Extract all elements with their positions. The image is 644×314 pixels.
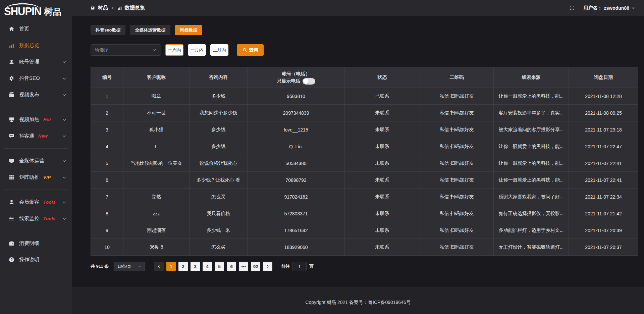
cell-lead-source-link[interactable]: 如何正确选择投影仪，买投影... — [494, 205, 569, 222]
page-button-5[interactable]: 5 — [215, 262, 224, 271]
col-header-status: 状态 — [345, 67, 420, 88]
chevron-down-icon — [62, 159, 67, 163]
sidebar-menu: 首页 数据总览 账号管理 抖音SEO 视频发布 — [0, 17, 72, 268]
cell-qrcode-link[interactable]: 私信 扫码加好友 — [420, 222, 494, 239]
cell-account: 572803371 — [248, 205, 345, 222]
chevron-down-icon — [62, 216, 67, 221]
sidebar-item-video-heating[interactable]: 视频加热 Hot — [0, 111, 72, 128]
page-button-92[interactable]: 92 — [251, 262, 260, 271]
sidebar-item-instructions[interactable]: ? 操作说明 — [0, 252, 72, 268]
sidebar-item-label: 消费明细 — [19, 240, 39, 247]
cell-qrcode-link[interactable]: 私信 扫码加好友 — [420, 172, 494, 189]
cell-qrcode-link[interactable]: 私信 扫码加好友 — [420, 239, 494, 256]
table-row: 1 哦章 多少钱 9583810 已联系 私信 扫码加好友 让你一眼就爱上的黑科… — [91, 88, 638, 105]
period-quarter-button[interactable]: 三月内 — [210, 44, 228, 56]
screen-icon — [9, 117, 14, 122]
cell-id: 10 — [91, 239, 123, 256]
cell-lead-source-link[interactable]: 感谢大家喜欢我家，被问了好... — [494, 189, 569, 205]
cell-lead-source-link[interactable]: 被大家追着问的客厅投影分享... — [494, 121, 569, 138]
cell-nickname: 当地比较能吃的一位美女 — [123, 155, 190, 172]
clapperboard-icon — [9, 92, 14, 98]
chat-icon — [9, 133, 14, 139]
menu-divider — [4, 148, 68, 149]
cell-lead-source-link[interactable]: 客厅安装投影半年多了，真实... — [494, 105, 569, 121]
cell-qrcode-link[interactable]: 私信 扫码加好友 — [420, 121, 494, 138]
goto-page-suffix: 页 — [309, 263, 314, 269]
new-badge: New — [38, 134, 48, 139]
cell-qrcode-link[interactable]: 私信 扫码加好友 — [420, 189, 494, 205]
cell-inquiry-date: 2021-11-07 20:37 — [569, 239, 638, 256]
page-button-4[interactable]: 4 — [203, 262, 212, 271]
cell-nickname: 哦章 — [123, 88, 190, 105]
menu-divider — [4, 231, 68, 231]
tab-inquiry-data[interactable]: 询盘数据 — [175, 25, 202, 35]
cell-lead-source-link[interactable]: 让你一眼就爱上的黑科技，能... — [494, 172, 569, 189]
query-button[interactable]: 查询 — [237, 44, 264, 56]
chevron-down-icon — [62, 60, 67, 64]
breadcrumb-root[interactable]: 树品 — [98, 5, 108, 11]
sidebar-item-label: 数据总览 — [19, 42, 39, 49]
cell-qrcode-link[interactable]: 私信 扫码加好友 — [420, 138, 494, 155]
cell-id: 4 — [91, 138, 123, 155]
vip-badge: VIP — [43, 175, 51, 180]
cell-lead-source-link[interactable]: 无主灯设计，智能磁吸轨道灯... — [494, 239, 569, 256]
sidebar-item-spend-details[interactable]: 消费明细 — [0, 235, 72, 252]
logo-text-cn: 树品 — [44, 7, 61, 16]
data-tabs: 抖音seo数据 全媒体运营数据 询盘数据 — [91, 25, 637, 35]
cell-id: 8 — [91, 205, 123, 222]
search-icon — [243, 48, 247, 52]
sidebar-item-douyin-seo[interactable]: 抖音SEO — [0, 70, 72, 87]
sidebar-item-home[interactable]: 首页 — [0, 21, 72, 37]
sidebar-item-doutong[interactable]: 抖客通 New — [0, 128, 72, 144]
sidebar-item-data-overview[interactable]: 数据总览 — [0, 37, 72, 54]
cell-qrcode-link[interactable]: 私信 扫码加好友 — [420, 205, 494, 222]
cell-inquiry-date: 2021-11-07 22:34 — [569, 189, 638, 205]
chevron-left-icon — [157, 264, 161, 268]
pagination: 共 911 条 10条/页 1 2 3 4 5 6 ••• 92 前往 页 — [91, 262, 637, 271]
cell-lead-source-link[interactable]: 多功能护栏灯，适用于乡村文... — [494, 222, 569, 239]
cell-qrcode-link[interactable]: 私信 扫码加好友 — [420, 88, 494, 105]
sidebar-item-lead-monitoring[interactable]: 线索监控 Tools — [0, 210, 72, 227]
footer: Copyright 树品 2021 备案号：粤ICP备09019646号 — [72, 287, 644, 314]
cell-lead-source-link[interactable]: 让你一眼就爱上的黑科技，能... — [494, 138, 569, 155]
account-select[interactable]: 请选择 — [91, 44, 161, 56]
goto-page-input[interactable] — [292, 262, 307, 271]
cell-qrcode-link[interactable]: 私信 扫码加好友 — [420, 155, 494, 172]
page-button-2[interactable]: 2 — [178, 262, 188, 271]
tab-omnimedia-data[interactable]: 全媒体运营数据 — [130, 25, 170, 35]
cell-content: 我想问这个多少钱 — [190, 105, 248, 121]
col-header-account: 帐号（电话） 只显示电话 — [248, 67, 345, 88]
chevron-down-icon — [62, 200, 67, 205]
cell-lead-source-link[interactable]: 让你一眼就爱上的黑科技，能... — [494, 155, 569, 172]
prev-page-button[interactable] — [154, 262, 164, 271]
user-menu[interactable]: 用户名： zswodun88 — [584, 5, 635, 11]
period-week-button[interactable]: 一周内 — [165, 44, 183, 56]
page-ellipsis-button[interactable]: ••• — [239, 262, 248, 271]
sliders-icon — [9, 216, 14, 221]
cell-qrcode-link[interactable]: 私信 扫码加好友 — [420, 105, 494, 121]
sidebar-item-video-publish[interactable]: 视频发布 — [0, 87, 72, 103]
page-button-1[interactable]: 1 — [166, 262, 176, 271]
cell-inquiry-date: 2021-11-08 00:25 — [569, 105, 638, 121]
tab-douyin-seo-data[interactable]: 抖音seo数据 — [91, 25, 125, 35]
app-logo[interactable]: SHUPIN 树品 — [0, 0, 72, 17]
cell-account: 183929060 — [248, 239, 345, 256]
username-value: zswodun88 — [604, 5, 629, 11]
sidebar-item-member-leads[interactable]: 会员爆客 Tools — [0, 194, 72, 210]
phone-only-toggle[interactable] — [303, 78, 315, 85]
sidebar-item-account-management[interactable]: 账号管理 — [0, 54, 72, 70]
next-page-button[interactable] — [263, 262, 272, 271]
fullscreen-icon[interactable] — [569, 5, 575, 11]
page-button-6[interactable]: 6 — [227, 262, 236, 271]
sidebar-item-matrix-boost[interactable]: 矩阵助推 VIP — [0, 169, 72, 186]
period-month-button[interactable]: 一月内 — [188, 44, 206, 56]
cell-content: 多少钱 — [190, 138, 248, 155]
breadcrumb-current: 数据总览 — [125, 5, 145, 11]
cell-status: 未联系 — [345, 138, 420, 155]
sidebar-item-omnimedia[interactable]: 全媒体运营 — [0, 153, 72, 169]
sidebar-item-label: 会员爆客 — [19, 199, 39, 205]
page-size-select[interactable]: 10条/页 — [114, 262, 145, 271]
content: 抖音seo数据 全媒体运营数据 询盘数据 请选择 一周内 一月内 三月内 查询 — [72, 16, 644, 287]
page-button-3[interactable]: 3 — [191, 262, 200, 271]
cell-lead-source-link[interactable]: 让你一眼就爱上的黑科技，能... — [494, 88, 569, 105]
